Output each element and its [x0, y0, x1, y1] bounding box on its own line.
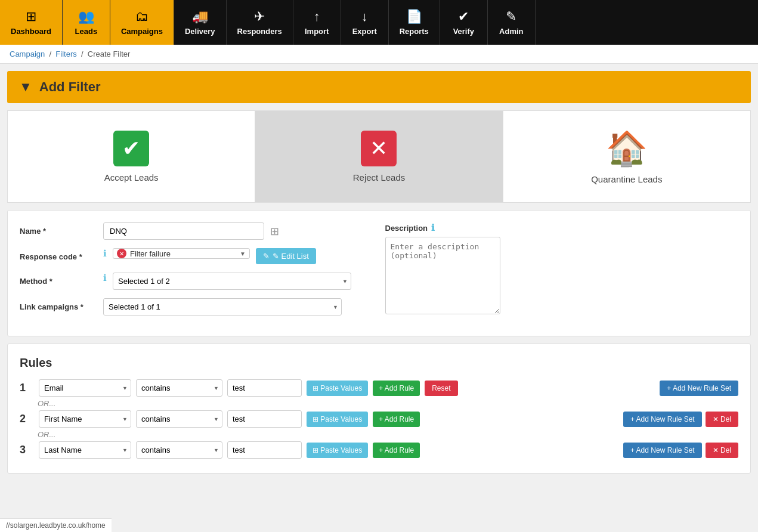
nav-dashboard[interactable]: ⊞ Dashboard	[0, 0, 63, 45]
filter-card-accept[interactable]: ✔ Accept Leads	[7, 110, 255, 203]
rule-3-del-button[interactable]: ✕ Del	[706, 443, 738, 458]
name-row: Name * ⊞	[20, 222, 373, 240]
rule-2-field-wrapper: First Name Email Last Name	[39, 410, 131, 428]
filter-card-quarantine[interactable]: 🏠 Quarantine Leads	[503, 110, 751, 203]
rule-1-paste-button[interactable]: ⊞ Paste Values	[307, 381, 368, 396]
rule-1-op-wrapper: contains equals	[136, 379, 222, 397]
rule-2-op-wrapper: contains equals	[136, 410, 222, 428]
nav-import-label: Import	[305, 27, 329, 36]
admin-icon: ✎	[506, 9, 516, 24]
rule-2-add-rule-set-button[interactable]: + Add New Rule Set	[623, 412, 702, 427]
nav-admin[interactable]: ✎ Admin	[488, 0, 536, 45]
rule-2-operator-select[interactable]: contains equals	[136, 410, 222, 428]
rule-2-del-button[interactable]: ✕ Del	[706, 412, 738, 427]
response-code-dropdown-arrow: ▼	[240, 250, 246, 257]
nav-leads[interactable]: 👥 Leads	[63, 0, 110, 45]
method-select-wrapper: Selected 1 of 2	[113, 273, 351, 290]
rule-2-field-select[interactable]: First Name Email Last Name	[39, 410, 131, 428]
edit-list-label: ✎ Edit List	[273, 252, 309, 261]
nav-dashboard-label: Dashboard	[11, 27, 51, 36]
name-icon: ⊞	[270, 222, 279, 238]
breadcrumb-campaign[interactable]: Campaign	[10, 50, 45, 58]
filter-type-cards: ✔ Accept Leads ✕ Reject Leads 🏠 Quaranti…	[7, 110, 751, 203]
rules-section: Rules 1 Email First Name Last Name conta…	[7, 344, 751, 474]
description-info-icon[interactable]: ℹ	[431, 222, 435, 233]
accept-label: Accept Leads	[104, 172, 159, 183]
reports-icon: 📄	[406, 9, 422, 24]
link-campaigns-select[interactable]: Selected 1 of 1	[103, 298, 342, 316]
description-block: Description ℹ	[385, 222, 739, 324]
nav-reports[interactable]: 📄 Reports	[389, 0, 440, 45]
name-input[interactable]	[103, 222, 264, 240]
filter-icon: ▼	[19, 79, 32, 95]
filter-card-reject[interactable]: ✕ Reject Leads	[255, 110, 503, 203]
rule-3-right-buttons: + Add New Rule Set ✕ Del	[623, 443, 738, 458]
page-title: Add Filter	[39, 79, 101, 95]
nav-import[interactable]: ↑ Import	[293, 0, 341, 45]
rule-3-operator-select[interactable]: contains equals	[136, 441, 222, 459]
or-divider-1: OR...	[38, 399, 738, 408]
form-section: Name * ⊞ Response code * ℹ ✕ Filter fail…	[7, 210, 751, 336]
rule-3-op-wrapper: contains equals	[136, 441, 222, 459]
breadcrumb-current: Create Filter	[88, 50, 131, 58]
or-divider-2: OR...	[38, 430, 738, 439]
rules-title: Rules	[20, 356, 738, 370]
rule-2-value-input[interactable]	[227, 410, 302, 428]
nav-campaigns[interactable]: 🗂 Campaigns	[110, 0, 174, 45]
delivery-icon: 🚚	[192, 9, 208, 24]
nav-campaigns-label: Campaigns	[121, 27, 163, 36]
rule-1-add-rule-button[interactable]: + Add Rule	[373, 381, 420, 396]
import-icon: ↑	[314, 9, 320, 24]
description-textarea[interactable]	[385, 237, 500, 314]
quarantine-icon: 🏠	[606, 129, 648, 168]
nav-responders[interactable]: ✈ Responders	[227, 0, 293, 45]
rule-1-field-select[interactable]: Email First Name Last Name	[39, 379, 131, 397]
link-campaigns-select-wrapper: Selected 1 of 1	[103, 298, 342, 316]
method-select[interactable]: Selected 1 of 2	[113, 273, 351, 290]
rule-num-2: 2	[20, 413, 34, 425]
rule-1-reset-button[interactable]: Reset	[425, 381, 457, 396]
response-code-x-badge: ✕	[117, 249, 126, 258]
rule-row-1: 1 Email First Name Last Name contains eq…	[20, 379, 738, 397]
rule-1-add-rule-set-button[interactable]: + Add New Rule Set	[660, 381, 738, 396]
rule-1-operator-select[interactable]: contains equals	[136, 379, 222, 397]
rule-2-paste-button[interactable]: ⊞ Paste Values	[307, 412, 368, 427]
name-label: Name *	[20, 222, 97, 236]
rule-3-paste-button[interactable]: ⊞ Paste Values	[307, 443, 368, 458]
rule-num-1: 1	[20, 382, 34, 394]
nav-export-label: Export	[352, 27, 377, 36]
nav-bar: ⊞ Dashboard 👥 Leads 🗂 Campaigns 🚚 Delive…	[0, 0, 758, 45]
response-code-row: Response code * ℹ ✕ Filter failure ▼ ✎ ✎…	[20, 248, 373, 264]
export-icon: ↓	[361, 9, 368, 24]
link-campaigns-row: Link campaigns * Selected 1 of 1	[20, 298, 373, 316]
rule-1-right-buttons: + Add New Rule Set	[660, 381, 738, 396]
rule-3-field-select[interactable]: Last Name Email First Name	[39, 441, 131, 459]
rule-3-value-input[interactable]	[227, 441, 302, 459]
nav-export[interactable]: ↓ Export	[341, 0, 389, 45]
link-campaigns-label: Link campaigns *	[20, 298, 97, 311]
rule-2-add-rule-button[interactable]: + Add Rule	[373, 412, 420, 427]
nav-delivery[interactable]: 🚚 Delivery	[174, 0, 227, 45]
rule-2-right-buttons: + Add New Rule Set ✕ Del	[623, 412, 738, 427]
rule-3-add-rule-button[interactable]: + Add Rule	[373, 443, 420, 458]
rule-3-add-rule-set-button[interactable]: + Add New Rule Set	[623, 443, 702, 458]
nav-verify-label: Verify	[453, 27, 474, 36]
accept-icon: ✔	[113, 131, 149, 166]
reject-label: Reject Leads	[353, 172, 406, 183]
nav-verify[interactable]: ✔ Verify	[440, 0, 488, 45]
campaigns-icon: 🗂	[135, 9, 148, 24]
response-code-select-container: ✕ Filter failure ▼	[113, 248, 250, 259]
method-info-icon[interactable]: ℹ	[103, 273, 107, 283]
nav-reports-label: Reports	[400, 27, 429, 36]
nav-leads-label: Leads	[75, 27, 98, 36]
rule-1-value-input[interactable]	[227, 379, 302, 397]
rule-row-2: 2 First Name Email Last Name contains eq…	[20, 410, 738, 428]
add-filter-header: ▼ Add Filter	[7, 71, 751, 103]
breadcrumb-filters[interactable]: Filters	[55, 50, 76, 58]
response-code-value: Filter failure	[130, 249, 240, 258]
method-label: Method *	[20, 273, 97, 286]
dashboard-icon: ⊞	[26, 9, 36, 24]
edit-list-button[interactable]: ✎ ✎ Edit List	[256, 248, 316, 264]
response-code-info-icon[interactable]: ℹ	[103, 248, 107, 259]
method-row: Method * ℹ Selected 1 of 2	[20, 273, 373, 290]
